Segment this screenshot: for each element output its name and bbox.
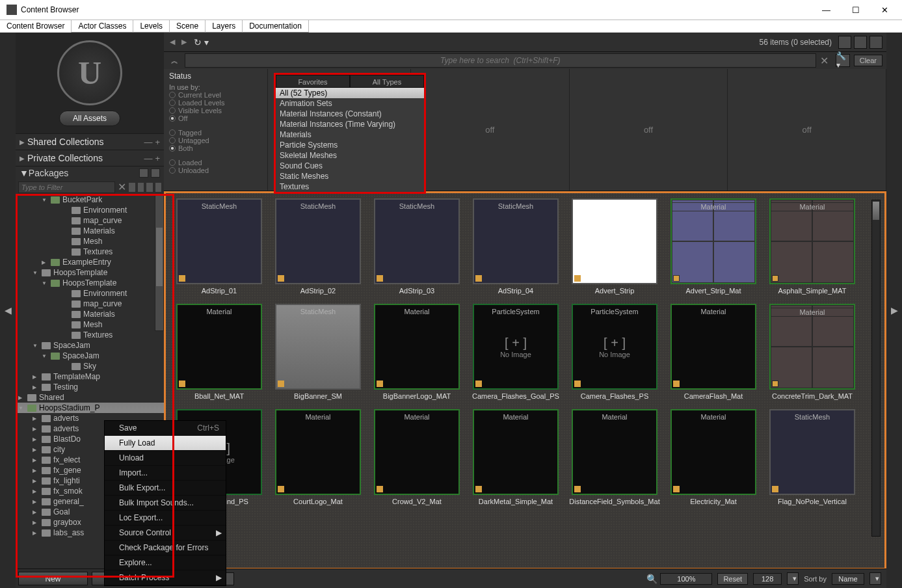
asset-grid[interactable]: StaticMeshAdStrip_01StaticMeshAdStrip_02… [164, 191, 886, 568]
private-collections-header[interactable]: ▶ Private Collections —+ [16, 150, 164, 166]
left-edge-toggle[interactable]: ◀ [0, 33, 16, 588]
type-filter-item[interactable]: Material Instances (Time Varying) [276, 119, 424, 129]
asset-tile[interactable]: MaterialCameraFlash_Mat [665, 304, 762, 400]
context-menu-item[interactable]: Check Package for Errors [105, 541, 226, 555]
sort-dropdown[interactable]: ▾ [869, 572, 881, 585]
history-forward-icon[interactable]: ▶ [179, 38, 189, 46]
settings-icon[interactable] [155, 183, 162, 192]
search-input[interactable] [185, 53, 816, 68]
context-menu-item[interactable]: Fully Load [105, 436, 226, 451]
clear-button[interactable]: Clear [854, 55, 882, 66]
zoom-input[interactable] [660, 573, 712, 585]
asset-tile[interactable]: MaterialConcreteTrim_Dark_MAT [764, 304, 860, 400]
tree-row[interactable]: Mesh [16, 236, 164, 247]
tree-row[interactable]: Materials [16, 226, 164, 236]
context-menu[interactable]: SaveCtrl+SFully LoadUnloadImport...Bulk … [104, 420, 226, 586]
asset-tile[interactable]: MaterialBball_Net_MAT [171, 304, 267, 400]
edit-icon[interactable] [146, 183, 153, 192]
context-menu-item[interactable]: Bulk Export... [105, 481, 226, 496]
asset-tile[interactable]: MaterialCrowd_V2_Mat [369, 409, 465, 505]
sort-field-input[interactable] [832, 573, 864, 585]
minus-icon[interactable]: — [144, 137, 152, 147]
tree-row[interactable]: ▼SpaceJam [16, 340, 164, 351]
list-view-icon[interactable] [139, 168, 148, 178]
tree-row[interactable]: Sky [16, 361, 164, 371]
asset-tile[interactable]: MaterialBigBannerLogo_MAT [369, 304, 465, 400]
asset-tile[interactable]: StaticMeshAdStrip_02 [270, 198, 366, 295]
new-button[interactable]: New [18, 572, 88, 585]
tree-row[interactable]: Textures [16, 247, 164, 257]
asset-tile[interactable]: MaterialDistanceField_Symbols_Mat [566, 409, 663, 505]
types-filter-panel[interactable]: Favorites All Types All (52 Types)Animat… [274, 73, 426, 194]
refresh-icon[interactable] [138, 183, 144, 192]
context-menu-item[interactable]: Source Control▶ [105, 526, 226, 541]
tree-row[interactable]: Textures [16, 330, 164, 340]
context-menu-item[interactable]: Import... [105, 466, 226, 481]
radio-untagged[interactable]: Untagged [169, 137, 262, 144]
tree-row[interactable]: ▼HoopsStadium_P [16, 403, 164, 413]
top-tab[interactable]: Scene [170, 20, 206, 33]
type-filter-item[interactable]: Static Meshes [276, 171, 424, 181]
tree-row[interactable]: Materials [16, 309, 164, 319]
close-button[interactable]: ✕ [870, 0, 899, 20]
top-tab[interactable]: Actor Classes [72, 20, 133, 33]
tree-row[interactable]: ▶Shared [16, 392, 164, 403]
collapse-filters-icon[interactable]: ︽ [168, 56, 181, 66]
context-menu-item[interactable]: Explore... [105, 555, 226, 570]
asset-tile[interactable]: StaticMeshBigBanner_SM [270, 304, 366, 400]
tree-row[interactable]: ▼HoopsTemplate [16, 278, 164, 288]
thumb-size-input[interactable] [753, 573, 782, 585]
asset-tile[interactable]: ParticleSystem[ + ]No ImageCamera_Flashe… [468, 304, 564, 400]
asset-tile[interactable]: MaterialAsphalt_Simple_MAT [764, 198, 860, 295]
radio-tagged[interactable]: Tagged [169, 129, 262, 137]
asset-tile[interactable]: ParticleSystem[ + ]No ImageCamera_Flashe… [566, 304, 663, 400]
type-filter-item[interactable]: Skeletal Meshes [276, 150, 424, 161]
radio-unloaded[interactable]: Unloaded [169, 167, 262, 174]
asset-tile[interactable]: StaticMeshAdStrip_03 [369, 198, 465, 295]
tree-row[interactable]: ▶ExampleEntry [16, 257, 164, 267]
maximize-button[interactable]: ☐ [841, 0, 870, 20]
asset-tile[interactable]: StaticMeshAdStrip_04 [468, 198, 564, 295]
toolbar-btn-3[interactable] [869, 36, 882, 49]
asset-tile[interactable]: StaticMeshAdStrip_01 [171, 198, 267, 295]
clear-filter-icon[interactable]: ✕ [118, 181, 126, 193]
radio-current-level[interactable]: Current Level [169, 91, 262, 99]
wrench-icon[interactable] [129, 183, 135, 192]
history-back-icon[interactable]: ◀ [168, 38, 177, 46]
context-menu-item[interactable]: SaveCtrl+S [105, 421, 226, 436]
asset-tile[interactable]: StaticMeshFlag_NoPole_Vertical [764, 409, 860, 505]
minimize-button[interactable]: — [812, 0, 841, 20]
reset-button[interactable]: Reset [717, 573, 748, 585]
grid-scrollbar[interactable] [871, 200, 881, 537]
tree-row[interactable]: ▶TemplateMap [16, 371, 164, 382]
shared-collections-header[interactable]: ▶ Shared Collections —+ [16, 134, 164, 150]
asset-tile[interactable]: MaterialElectricity_Mat [665, 409, 762, 505]
toolbar-btn-2[interactable] [854, 36, 867, 49]
type-filter-item[interactable]: Material Instances (Constant) [276, 109, 424, 119]
search-options-icon[interactable]: 🔧▾ [836, 54, 850, 67]
asset-tile[interactable]: MaterialAdvert_Strip_Mat [665, 198, 762, 295]
plus-icon[interactable]: + [155, 154, 160, 163]
packages-header[interactable]: ▼ Packages [16, 167, 164, 180]
radio-visible-levels[interactable]: Visible Levels [169, 107, 262, 114]
radio-loaded-levels[interactable]: Loaded Levels [169, 99, 262, 107]
types-tab-all[interactable]: All Types [350, 75, 424, 88]
type-filter-item[interactable]: Particle Systems [276, 140, 424, 150]
top-tab[interactable]: Layers [206, 20, 243, 33]
toolbar-btn-1[interactable] [838, 36, 851, 49]
types-tab-favorites[interactable]: Favorites [276, 75, 350, 88]
minus-icon[interactable]: — [144, 154, 152, 163]
context-menu-item[interactable]: Batch Process▶ [105, 570, 226, 585]
tree-row[interactable]: Environment [16, 205, 164, 215]
top-tab[interactable]: Levels [133, 20, 170, 33]
radio-off[interactable]: Off [169, 114, 262, 122]
tree-view-icon[interactable] [151, 168, 160, 178]
type-filter-item[interactable]: Animation Sets [276, 98, 424, 109]
right-edge-toggle[interactable]: ▶ [886, 33, 902, 588]
top-tab[interactable]: Content Browser [0, 20, 72, 33]
type-filter-item[interactable]: Textures [276, 181, 424, 192]
tree-row[interactable]: map_curve [16, 215, 164, 226]
tree-scrollbar[interactable] [155, 194, 164, 331]
tree-row[interactable]: ▶Testing [16, 382, 164, 392]
plus-icon[interactable]: + [155, 137, 160, 147]
